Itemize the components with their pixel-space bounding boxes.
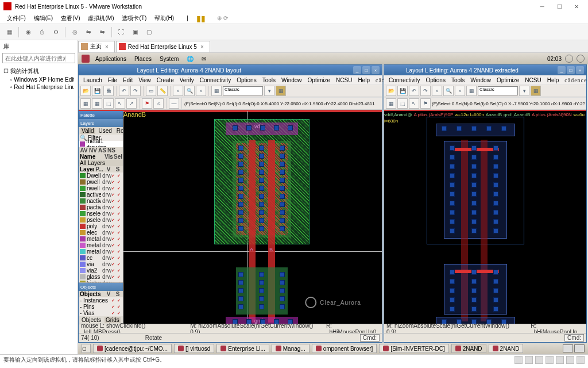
menu-item[interactable]: Help — [355, 77, 372, 83]
fullscreen-icon[interactable]: ⛶ — [115, 26, 127, 38]
window-titlebar[interactable]: Layout L Editing: Aurora-4 2NAND extract… — [384, 65, 586, 75]
filter-tab[interactable]: Routing — [115, 128, 123, 134]
menu-item[interactable]: Connectivity — [198, 77, 233, 83]
workspace-select[interactable]: Classic — [223, 86, 263, 95]
gnome-menu[interactable]: Applications — [93, 56, 129, 62]
drc-icon[interactable]: ▦ — [276, 86, 286, 96]
taskbar-item[interactable]: omponent Browser] — [312, 344, 377, 353]
vm-menu[interactable]: 查看(V) — [57, 13, 83, 24]
show-desktop-icon[interactable]: ▢ — [82, 344, 91, 353]
network-icon[interactable] — [577, 55, 585, 63]
close-icon[interactable]: × — [372, 66, 380, 74]
menu-item[interactable]: Launch — [81, 77, 105, 83]
taskbar-item[interactable]: 2NAND — [489, 344, 524, 353]
layer-row[interactable]: nselectdrw✔✔ — [79, 210, 123, 217]
redhat-icon[interactable] — [82, 55, 90, 63]
layer-row[interactable]: activedrw✔✔ — [79, 191, 123, 198]
menu-item[interactable]: NCSU — [523, 77, 543, 83]
layer-row[interactable]: glassdrw✔✔ — [79, 274, 123, 280]
filter-tab[interactable]: Valid — [80, 128, 95, 134]
net-icon[interactable]: ⇆ — [96, 26, 108, 38]
menu-item[interactable]: Options — [234, 77, 258, 83]
cmd-input[interactable]: Cmd: — [360, 334, 380, 342]
menu-item[interactable]: Edit — [121, 77, 135, 83]
layer-row[interactable]: metal1drw✔✔ — [79, 236, 123, 242]
taskbar-item[interactable]: Manag... — [272, 344, 310, 353]
tab-vm[interactable]: Red Hat Enterprise Linux 5× — [116, 41, 210, 52]
volume-icon[interactable] — [565, 55, 573, 63]
all-layers-button[interactable]: All Layers — [80, 160, 105, 166]
library-search-input[interactable] — [3, 55, 75, 62]
wire-icon[interactable]: — — [169, 98, 179, 109]
close-icon[interactable]: × — [105, 44, 109, 50]
clock[interactable]: 02:03 — [547, 56, 562, 62]
layer-row[interactable]: via2drw✔✔ — [79, 267, 123, 274]
close-icon[interactable]: × — [576, 66, 584, 74]
object-item[interactable]: - Pins✔✔ — [79, 304, 123, 310]
launcher-icon[interactable]: ✉ — [199, 56, 208, 62]
minimize-icon[interactable]: _ — [558, 66, 566, 74]
unity-icon[interactable]: ▣ — [129, 26, 141, 38]
layer-row[interactable]: nwelldrw✔✔ — [79, 185, 123, 191]
object-item[interactable]: - Vias✔✔ — [79, 310, 123, 316]
menu-item[interactable]: View — [136, 77, 153, 83]
view-icon[interactable]: ▢ — [143, 26, 154, 38]
workspace-switcher[interactable] — [563, 344, 585, 352]
menu-item[interactable]: Optimize — [305, 77, 332, 83]
taskbar-item[interactable]: [Sim-INVERTER-DC] — [379, 344, 448, 353]
layer-row[interactable]: pactivedrw✔✔ — [79, 204, 123, 210]
vm-menu[interactable]: 帮助(H) — [151, 13, 177, 24]
launcher-icon[interactable]: 🌐 — [184, 56, 196, 62]
tree-item[interactable]: ▫ Windows XP Home Editi — [3, 76, 74, 83]
current-layer-swatch[interactable] — [80, 141, 85, 147]
maximize-icon[interactable]: ☐ — [551, 2, 567, 11]
redo-icon[interactable]: ↷ — [130, 86, 141, 96]
taskbar-item[interactable]: 2NAND — [451, 344, 486, 353]
object-item[interactable]: - Instances✔✔ — [79, 297, 123, 304]
tab-home[interactable]: 主页× — [78, 41, 115, 52]
layout-canvas[interactable]: vdd! A B AnandB — [123, 111, 382, 324]
cmd-input[interactable]: Cmd: — [564, 334, 584, 342]
close-icon[interactable]: × — [200, 44, 204, 50]
workspace-select[interactable]: Classic — [478, 86, 518, 95]
vm-menu[interactable]: 选项卡(T) — [118, 13, 150, 24]
taskbar-item[interactable]: Enterprise Li... — [216, 344, 269, 353]
select-icon[interactable]: ▦ — [80, 98, 91, 109]
layer-row[interactable]: metal3drw✔✔ — [79, 248, 123, 255]
extracted-canvas[interactable]: vdd!,Anand@ A ptios (AmisP)90P w=12u l=6… — [384, 111, 586, 324]
menu-item[interactable]: NCSU — [334, 77, 354, 83]
status-icon[interactable] — [556, 356, 564, 364]
menu-item[interactable]: Help — [545, 77, 562, 83]
menu-item[interactable]: Verify — [177, 77, 196, 83]
minimize-icon[interactable]: _ — [353, 66, 361, 74]
tree-item[interactable]: ▫ Red Hat Enterprise Linux — [3, 83, 74, 91]
filter-tab[interactable]: Used — [98, 128, 113, 134]
power-icon[interactable]: ◉ — [22, 26, 34, 38]
taskbar-item[interactable]: [] virtuosd — [174, 344, 214, 353]
zoom-fit-icon[interactable]: 🔍 — [184, 86, 195, 96]
maximize-icon[interactable]: □ — [567, 66, 575, 74]
open-icon[interactable]: 📂 — [386, 86, 396, 96]
library-toggle-icon[interactable]: ▦ — [3, 26, 15, 38]
menu-item[interactable]: Window — [279, 77, 304, 83]
flag-icon[interactable]: ⚑ — [142, 98, 152, 109]
menu-item[interactable]: Optimize — [494, 77, 521, 83]
layer-row[interactable]: nactivedrw✔✔ — [79, 198, 123, 204]
grid-icon[interactable]: ▦ — [211, 86, 222, 96]
vm-menu[interactable]: 编辑(E) — [30, 13, 56, 24]
minimize-icon[interactable]: ─ — [534, 2, 550, 11]
ruler-icon[interactable]: 📏 — [157, 86, 168, 96]
menu-item[interactable]: File — [106, 77, 119, 83]
gnome-menu[interactable]: System — [157, 56, 181, 62]
close-icon[interactable]: ✕ — [568, 2, 585, 11]
layer-row[interactable]: metal2drw✔✔ — [79, 242, 123, 248]
settings-icon[interactable]: ⚙ — [50, 26, 61, 38]
layer-row[interactable]: elecdrw✔✔ — [79, 229, 123, 236]
vm-menu[interactable]: 虚拟机(M) — [84, 13, 117, 24]
gnome-menu[interactable]: Places — [132, 56, 154, 62]
taskbar-item[interactable]: [cadence@tjpu:~/CMO... — [93, 344, 172, 353]
layer-row[interactable]: Dwelldrw✔✔ — [79, 172, 123, 179]
status-icon[interactable] — [566, 356, 574, 364]
menu-item[interactable]: Options — [423, 77, 447, 83]
status-icon[interactable] — [577, 356, 585, 364]
